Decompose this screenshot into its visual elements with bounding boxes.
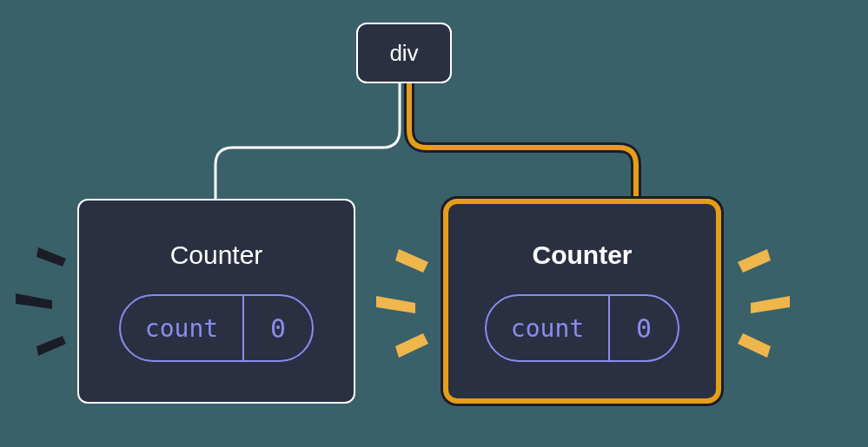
svg-marker-2 [36, 336, 66, 356]
svg-marker-4 [376, 296, 415, 313]
counter-node-right: Counter count 0 [443, 199, 721, 404]
counter-title-left: Counter [170, 240, 263, 270]
connector-right-shadow [409, 83, 636, 199]
svg-marker-1 [16, 293, 52, 309]
svg-marker-7 [751, 296, 790, 313]
svg-marker-0 [36, 247, 66, 266]
state-pill-right: count 0 [485, 294, 679, 362]
counter-title-right: Counter [533, 240, 633, 270]
burst-right-right [738, 249, 790, 358]
counter-node-left: Counter count 0 [77, 199, 355, 404]
state-value-right: 0 [610, 296, 678, 360]
root-node: div [356, 23, 452, 83]
state-pill-left: count 0 [119, 294, 314, 362]
svg-marker-8 [738, 333, 771, 358]
root-label: div [389, 40, 418, 67]
state-label-left: count [121, 296, 244, 360]
svg-marker-5 [395, 333, 428, 358]
burst-right-left [376, 249, 428, 358]
connector-left [215, 83, 400, 199]
svg-marker-6 [738, 249, 771, 273]
state-label-right: count [487, 296, 610, 360]
burst-left [16, 247, 66, 356]
connector-right [409, 83, 636, 199]
svg-marker-3 [395, 249, 428, 273]
state-value-left: 0 [244, 296, 312, 360]
